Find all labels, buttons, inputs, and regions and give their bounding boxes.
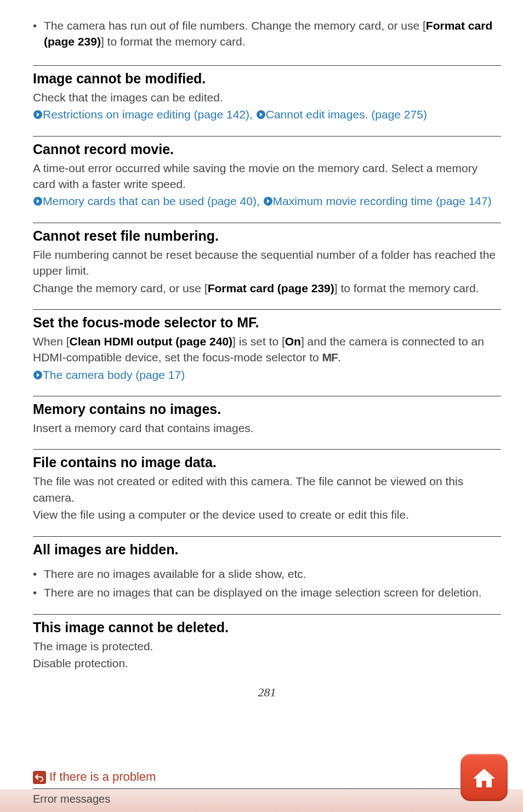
section-body: Check that the images can be edited. bbox=[33, 89, 501, 105]
section-title: Cannot record movie. bbox=[33, 140, 501, 159]
arrow-right-icon bbox=[33, 370, 43, 380]
arrow-right-icon bbox=[256, 110, 266, 120]
section-title: This image cannot be deleted. bbox=[33, 618, 501, 637]
page-number: 281 bbox=[33, 684, 501, 701]
home-icon bbox=[470, 763, 498, 792]
section-title: Memory contains no images. bbox=[33, 400, 501, 419]
footer-back-link[interactable]: If there is a problem bbox=[33, 769, 156, 789]
section-links: The camera body (page 17) bbox=[33, 367, 501, 383]
section-body: Disable protection. bbox=[33, 655, 501, 671]
link-clean-hdmi[interactable]: Clean HDMI output (page 240) bbox=[70, 335, 233, 348]
link-sep: , bbox=[257, 195, 263, 207]
list-item: • There are no images that can be displa… bbox=[33, 584, 501, 601]
home-button[interactable] bbox=[461, 754, 508, 801]
section-body: View the file using a computer or the de… bbox=[33, 507, 501, 523]
mix-mid: ] is set to [ bbox=[232, 335, 285, 348]
section-title: Image cannot be modified. bbox=[33, 69, 501, 88]
section-cannot-record-movie: Cannot record movie. A time-out error oc… bbox=[33, 136, 501, 209]
list-item: • There are no images available for a sl… bbox=[33, 566, 501, 582]
footer-breadcrumb: Error messages bbox=[0, 789, 523, 812]
section-image-cannot-modified: Image cannot be modified. Check that the… bbox=[33, 65, 501, 123]
section-body: A time-out error occurred while saving t… bbox=[33, 160, 501, 192]
link-max-recording[interactable]: Maximum movie recording time (page 147) bbox=[273, 195, 492, 207]
link-format-card[interactable]: Format card (page 239) bbox=[208, 282, 334, 294]
bold-on: On bbox=[285, 335, 301, 348]
section-body: The file was not created or edited with … bbox=[33, 473, 501, 506]
mix-prefix: When [ bbox=[33, 335, 70, 348]
arrow-right-icon bbox=[33, 196, 43, 206]
section-set-focus-mode: Set the focus-mode selector to MF. When … bbox=[33, 309, 501, 383]
intro-bullet-text: The camera has run out of file numbers. … bbox=[44, 18, 501, 50]
bullet-text: There are no images available for a slid… bbox=[44, 566, 501, 582]
link-camera-body[interactable]: The camera body (page 17) bbox=[43, 368, 185, 381]
mf-icon: MF bbox=[322, 351, 338, 364]
section-body-mixed: When [Clean HDMI output (page 240)] is s… bbox=[33, 333, 501, 366]
link-cannot-edit[interactable]: Cannot edit images. (page 275) bbox=[266, 108, 427, 121]
section-body: File numbering cannot be reset because t… bbox=[33, 247, 501, 279]
bullet-text: There are no images that can be displaye… bbox=[44, 584, 501, 601]
section-memory-no-images: Memory contains no images. Insert a memo… bbox=[33, 396, 501, 436]
section-title: All images are hidden. bbox=[33, 540, 501, 559]
intro-suffix: ] to format the memory card. bbox=[101, 35, 246, 48]
section-cannot-reset-numbering: Cannot reset file numbering. File number… bbox=[33, 223, 501, 296]
section-body: Insert a memory card that contains image… bbox=[33, 420, 501, 436]
intro-bullet: • The camera has run out of file numbers… bbox=[33, 18, 501, 50]
link-sep: , bbox=[249, 108, 256, 121]
bullet-dot-icon: • bbox=[33, 566, 44, 582]
section-links: Restrictions on image editing (page 142)… bbox=[33, 106, 501, 122]
section-body-mixed: Change the memory card, or use [Format c… bbox=[33, 280, 501, 296]
arrow-right-icon bbox=[263, 196, 273, 206]
undo-icon bbox=[33, 771, 46, 784]
link-restrictions[interactable]: Restrictions on image editing (page 142) bbox=[43, 108, 249, 121]
mix-suffix: ] to format the memory card. bbox=[334, 282, 479, 294]
section-body: The image is protected. bbox=[33, 638, 501, 654]
footer: If there is a problem Error messages bbox=[0, 742, 523, 812]
section-title: File contains no image data. bbox=[33, 453, 501, 472]
mix-suffix: . bbox=[338, 351, 341, 364]
section-title: Cannot reset file numbering. bbox=[33, 226, 501, 246]
bullet-dot-icon: • bbox=[33, 584, 44, 601]
section-all-images-hidden: All images are hidden. • There are no im… bbox=[33, 536, 501, 601]
section-file-no-image-data: File contains no image data. The file wa… bbox=[33, 449, 501, 523]
mix-prefix: Change the memory card, or use [ bbox=[33, 282, 208, 294]
footer-back-label: If there is a problem bbox=[49, 769, 156, 786]
section-image-cannot-deleted: This image cannot be deleted. The image … bbox=[33, 614, 501, 672]
bullet-dot-icon: • bbox=[33, 18, 44, 50]
section-title: Set the focus-mode selector to MF. bbox=[33, 313, 501, 332]
arrow-right-icon bbox=[33, 110, 43, 120]
link-memory-cards[interactable]: Memory cards that can be used (page 40) bbox=[43, 195, 257, 207]
section-links: Memory cards that can be used (page 40),… bbox=[33, 193, 501, 209]
intro-prefix: The camera has run out of file numbers. … bbox=[44, 19, 426, 32]
